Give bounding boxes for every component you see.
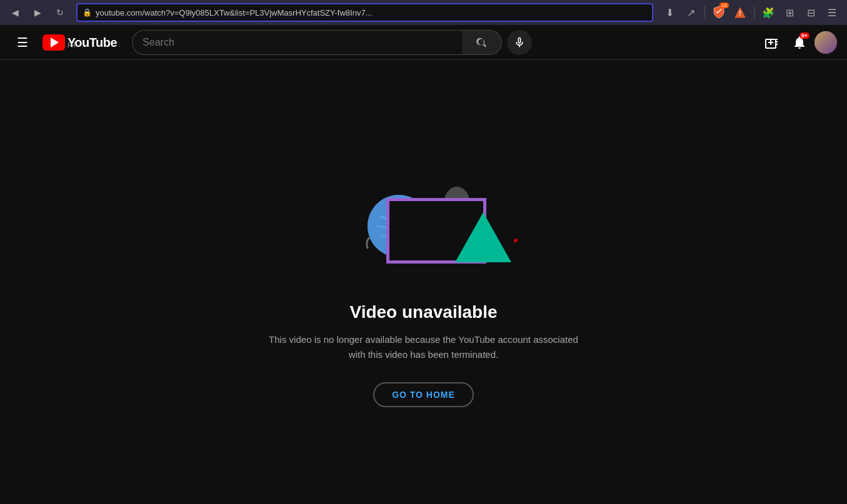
bookmarks-icon[interactable]: ⊟ <box>802 4 819 21</box>
svg-text:!: ! <box>739 10 741 17</box>
brave-shield-icon[interactable]: 16 <box>710 4 728 21</box>
layout-icon[interactable]: ⊞ <box>781 4 798 21</box>
menu-icon[interactable]: ☰ <box>823 4 841 21</box>
go-to-home-button[interactable]: GO TO HOME <box>373 382 474 407</box>
address-url: youtube.com/watch?v=Q9ly085LXTw&list=PL3… <box>96 8 647 17</box>
search-button[interactable] <box>462 30 502 55</box>
nav-back-button[interactable]: ◀ <box>6 4 24 21</box>
header-right-icons: 9+ <box>759 30 837 55</box>
error-description: This video is no longer available becaus… <box>261 332 586 362</box>
notifications-button[interactable]: 9+ <box>787 30 812 55</box>
extensions-icon[interactable]: 🧩 <box>759 4 777 21</box>
youtube-country: FR <box>68 42 117 49</box>
red-dot <box>514 239 518 242</box>
youtube-header: ☰ YouTube FR <box>0 25 847 60</box>
svg-marker-6 <box>455 212 511 262</box>
search-input[interactable] <box>143 37 452 48</box>
search-area <box>132 30 532 55</box>
microphone-button[interactable] <box>507 30 532 55</box>
brave-alert-icon[interactable]: ! <box>731 4 749 21</box>
youtube-logo-icon <box>43 34 65 51</box>
address-bar[interactable]: 🔒 youtube.com/watch?v=Q9ly085LXTw&list=P… <box>76 3 653 22</box>
notifications-badge: 9+ <box>799 32 809 39</box>
nav-forward-button[interactable]: ▶ <box>29 4 46 21</box>
search-input-wrap[interactable] <box>132 30 462 55</box>
lock-icon: 🔒 <box>83 8 92 17</box>
browser-chrome: ◀ ▶ ↻ 🔒 youtube.com/watch?v=Q9ly085LXTw&… <box>0 0 847 25</box>
divider2 <box>754 6 754 19</box>
divider <box>704 6 705 19</box>
share-icon[interactable]: ↗ <box>682 4 699 21</box>
youtube-logo[interactable]: YouTube FR <box>43 34 117 51</box>
brave-shield-badge: 16 <box>719 2 729 8</box>
play-triangle <box>51 37 59 47</box>
error-title: Video unavailable <box>349 302 497 322</box>
teal-triangle <box>455 212 511 262</box>
nav-reload-button[interactable]: ↻ <box>51 4 69 21</box>
browser-topbar: ◀ ▶ ↻ 🔒 youtube.com/watch?v=Q9ly085LXTw&… <box>0 0 847 25</box>
hamburger-menu-button[interactable]: ☰ <box>10 30 35 55</box>
download-icon[interactable]: ⬇ <box>661 4 678 21</box>
create-button[interactable] <box>759 30 784 55</box>
main-content: Video unavailable This video is no longe… <box>0 60 847 504</box>
avatar[interactable] <box>814 31 837 54</box>
error-illustration <box>330 157 518 282</box>
